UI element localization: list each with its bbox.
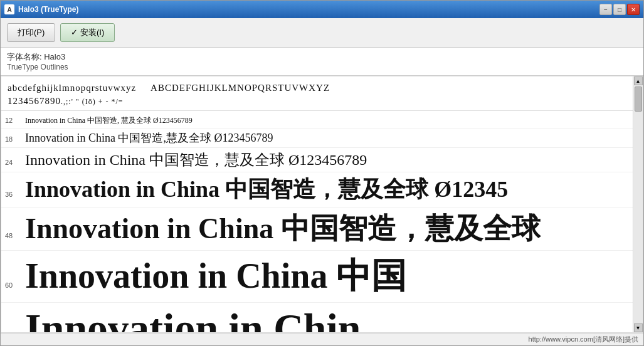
toolbar: 打印(P) ✓ 安装(I) xyxy=(1,18,643,48)
sample-row-18: 18 Innovation in China 中国智造,慧及全球 Ø123456… xyxy=(1,128,643,148)
app-icon: A xyxy=(4,4,14,14)
sample-row-36: 36 Innovation in China 中国智造，慧及全球 Ø12345 xyxy=(1,172,643,207)
main-window: A Halo3 (TrueType) − □ ✕ 打印(P) ✓ 安装(I) 字… xyxy=(0,0,644,346)
size-label-12: 12 xyxy=(5,117,20,124)
sample-text-12: Innovation in China 中国智造, 慧及全球 Ø12345678… xyxy=(25,115,193,126)
sample-row-72: 72 Innovation in Chin xyxy=(1,303,643,333)
alphabet-lower-line: abcdefghijklmnopqrstuvwxyz ABCDEFGHIJKLM… xyxy=(8,81,636,95)
maximize-button[interactable]: □ xyxy=(613,4,626,15)
sample-text-18: Innovation in China 中国智造,慧及全球 Ø123456789 xyxy=(25,130,273,145)
status-bar: http://www.vipcn.com[清风网络]提供 xyxy=(1,333,643,345)
sample-text-36: Innovation in China 中国智造，慧及全球 Ø12345 xyxy=(25,174,508,205)
close-button[interactable]: ✕ xyxy=(627,4,640,15)
font-name-label: 字体名称: Halo3 xyxy=(7,51,637,63)
sample-rows: 12 Innovation in China 中国智造, 慧及全球 Ø12345… xyxy=(1,111,643,333)
size-label-60: 60 xyxy=(5,281,20,289)
sample-row-60: 60 Innovation in China 中国 xyxy=(1,251,643,303)
font-type-label: TrueType Outlines xyxy=(7,63,637,71)
scroll-thumb[interactable] xyxy=(635,86,642,112)
title-bar: A Halo3 (TrueType) − □ ✕ xyxy=(1,1,643,18)
window-controls: − □ ✕ xyxy=(599,4,640,15)
sample-text-60: Innovation in China 中国 xyxy=(25,253,406,300)
alphabet-preview: abcdefghijklmnopqrstuvwxyz ABCDEFGHIJKLM… xyxy=(1,76,643,111)
scrollbar[interactable]: ▲ ▼ xyxy=(633,76,643,332)
sample-text-48: Innovation in China 中国智造，慧及全球 xyxy=(25,209,541,248)
sample-text-24: Innovation in China 中国智造，慧及全球 Ø123456789 xyxy=(25,150,367,170)
size-label-48: 48 xyxy=(5,232,20,239)
install-button[interactable]: ✓ 安装(I) xyxy=(60,23,115,42)
print-button[interactable]: 打印(P) xyxy=(7,23,55,42)
size-label-18: 18 xyxy=(5,135,20,143)
title-bar-left: A Halo3 (TrueType) xyxy=(4,4,78,14)
preview-area[interactable]: abcdefghijklmnopqrstuvwxyz ABCDEFGHIJKLM… xyxy=(1,76,643,333)
size-label-36: 36 xyxy=(5,191,20,198)
size-label-24: 24 xyxy=(5,159,20,166)
status-text: http://www.vipcn.com[清风网络]提供 xyxy=(529,335,638,343)
sample-text-72: Innovation in Chin xyxy=(25,305,361,333)
minimize-button[interactable]: − xyxy=(599,4,612,15)
window-title: Halo3 (TrueType) xyxy=(18,5,78,14)
sample-row-48: 48 Innovation in China 中国智造，慧及全球 xyxy=(1,207,643,251)
scroll-up-button[interactable]: ▲ xyxy=(634,76,643,85)
font-info: 字体名称: Halo3 TrueType Outlines xyxy=(1,48,643,76)
scroll-down-button[interactable]: ▼ xyxy=(634,323,643,332)
sample-row-12: 12 Innovation in China 中国智造, 慧及全球 Ø12345… xyxy=(1,113,643,128)
numbers-line: 1234567890.,;:' " (Iō) + - */= xyxy=(8,95,636,108)
sample-row-24: 24 Innovation in China 中国智造，慧及全球 Ø123456… xyxy=(1,148,643,172)
scroll-track[interactable] xyxy=(634,85,643,323)
